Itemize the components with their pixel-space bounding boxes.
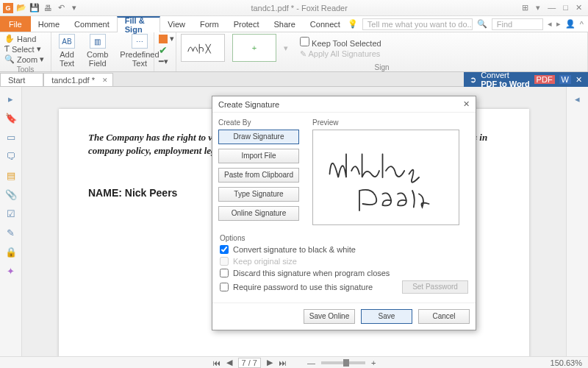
stroke-tool[interactable]: ━▾ (159, 57, 174, 66)
select-tool[interactable]: ƬSelect▾ (4, 44, 44, 54)
ribbon-minimize-icon[interactable]: ▾ (536, 3, 540, 13)
expand-icon[interactable]: ▸ (5, 93, 17, 105)
expand-right-icon[interactable]: ◂ (572, 93, 584, 105)
hand-tool[interactable]: ✋Hand (4, 34, 44, 43)
ribbon-collapse-icon[interactable]: ^ (580, 20, 584, 29)
plus-icon: + (252, 43, 257, 52)
search-icon[interactable]: 🔍 (477, 19, 487, 29)
security-icon[interactable]: 🔒 (5, 246, 17, 258)
word-icon: W (559, 75, 571, 84)
tab-home[interactable]: Home (31, 16, 67, 32)
dialog-titlebar: Create Signature ✕ (212, 96, 476, 113)
attachments-icon[interactable]: 📎 (5, 188, 17, 200)
predefined-text-icon: ⋯ (132, 34, 148, 49)
tab-share[interactable]: Share (266, 16, 302, 32)
promo-close-icon[interactable]: ✕ (576, 75, 582, 85)
cancel-button[interactable]: Cancel (418, 309, 470, 324)
find-input[interactable]: Find (492, 18, 543, 30)
add-text-button[interactable]: ABAdd Text (56, 34, 78, 68)
print-icon[interactable]: 🖶 (43, 3, 53, 13)
doc-tab-current[interactable]: tandc1.pdf *✕ (43, 73, 113, 86)
opt-require-password[interactable]: Require password to use this signatureSe… (220, 280, 468, 294)
fields-icon[interactable]: ☑ (5, 208, 17, 219)
zoom-in-icon[interactable]: + (371, 358, 376, 367)
maximize-icon[interactable]: □ (563, 3, 568, 13)
comb-field-icon: ▥ (90, 34, 106, 49)
import-file-button[interactable]: Import File (218, 149, 299, 163)
draw-signature-button[interactable]: Draw Signature (218, 130, 299, 144)
tab-connect[interactable]: Connect (303, 16, 348, 32)
add-signature-button[interactable]: + (232, 34, 276, 62)
app-title: tandc1.pdf * - Foxit Reader (82, 4, 516, 13)
tags-icon[interactable]: ✦ (5, 265, 17, 277)
close-icon[interactable]: ✕ (576, 3, 582, 13)
online-signature-button[interactable]: Online Signature (218, 206, 299, 221)
apply-icon: ✎ (300, 49, 306, 58)
arrow-icon: ➲ (470, 75, 476, 85)
redo-icon[interactable]: ▾ (69, 3, 79, 13)
next-page-icon[interactable]: ▶ (267, 358, 273, 367)
open-icon[interactable]: 📂 (16, 3, 26, 13)
right-sidebar: ◂ (566, 87, 588, 356)
dialog-title: Create Signature (218, 100, 279, 109)
apply-all-signatures: ✎ Apply All Signatures (300, 49, 381, 59)
tell-me-input[interactable]: Tell me what you want to do... (362, 18, 473, 30)
tab-fill-sign[interactable]: Fill & Sign (117, 16, 161, 32)
minimize-icon[interactable]: — (548, 3, 556, 13)
grid-icon[interactable]: ⊞ (522, 3, 528, 13)
pages-icon[interactable]: ▭ (5, 131, 17, 143)
dialog-close-icon[interactable]: ✕ (463, 99, 470, 109)
find-next-icon[interactable]: ▸ (556, 19, 561, 29)
file-tab[interactable]: File (0, 16, 31, 32)
zoom-tool[interactable]: 🔍Zoom▾ (4, 54, 44, 64)
prev-page-icon[interactable]: ◀ (226, 358, 232, 367)
keep-tool-checkbox[interactable]: Keep Tool Selected (300, 37, 381, 48)
zoom-percent[interactable]: 150.63% (551, 358, 582, 367)
set-password-button: Set Password (402, 280, 468, 294)
layers-icon[interactable]: ▤ (5, 169, 17, 181)
type-signature-button[interactable]: Type Signature (218, 187, 299, 202)
hand-icon: ✋ (4, 34, 15, 43)
signatures-icon[interactable]: ✎ (5, 227, 17, 238)
last-page-icon[interactable]: ⏭ (279, 358, 287, 367)
opt-bw[interactable]: Convert signature to black & white (220, 245, 468, 254)
create-signature-dialog: Create Signature ✕ Create By Draw Signat… (212, 96, 476, 330)
page-number[interactable]: 7 / 7 (238, 358, 261, 368)
tab-form[interactable]: Form (193, 16, 226, 32)
select-icon: Ƭ (4, 44, 10, 54)
paste-clipboard-button[interactable]: Paste from Clipboard (218, 168, 299, 183)
comb-field-button[interactable]: ▥Comb Field (84, 34, 111, 68)
bookmarks-icon[interactable]: 🔖 (5, 112, 17, 124)
tab-comment[interactable]: Comment (67, 16, 117, 32)
zoom-out-icon[interactable]: — (307, 358, 315, 367)
quick-access: G 📂 💾 🖶 ↶ ▾ (0, 3, 82, 13)
signature-drawing (320, 137, 452, 218)
tab-close-icon[interactable]: ✕ (102, 77, 108, 84)
comments-icon[interactable]: 🗨 (5, 150, 17, 162)
pdf-icon: PDF (534, 75, 555, 84)
doc-tab-start[interactable]: Start (0, 73, 43, 86)
signature-preview (312, 130, 459, 225)
opt-keep-size: Keep original size (220, 257, 468, 266)
tab-protect[interactable]: Protect (226, 16, 267, 32)
pen-ok-icon[interactable]: ✔ (159, 44, 174, 56)
bulb-icon: 💡 (348, 19, 358, 29)
tabstrip: Start tandc1.pdf *✕ ➲ ConvertPDF to Word… (0, 72, 588, 87)
find-prev-icon[interactable]: ◂ (548, 19, 552, 29)
save-online-button[interactable]: Save Online (304, 309, 355, 324)
save-button[interactable]: Save (361, 309, 412, 324)
opt-discard[interactable]: Discard this signature when program clos… (220, 269, 468, 277)
signature-thumbnail[interactable] (181, 34, 225, 62)
color-tool[interactable]: ▾ (159, 34, 174, 43)
undo-icon[interactable]: ↶ (56, 3, 66, 13)
first-page-icon[interactable]: ⏮ (212, 358, 220, 367)
tab-view[interactable]: View (160, 16, 193, 32)
user-icon[interactable]: 👤 (565, 19, 576, 29)
sig-list-dropdown[interactable]: ▾ (284, 43, 288, 53)
options-label: Options (220, 234, 468, 242)
promo-convert[interactable]: ➲ ConvertPDF to Word PDF W ✕ (464, 72, 588, 87)
left-sidebar: ▸ 🔖 ▭ 🗨 ▤ 📎 ☑ ✎ 🔒 ✦ (0, 87, 22, 356)
zoom-slider[interactable] (321, 361, 365, 364)
statusbar: ⏮ ◀ 7 / 7 ▶ ⏭ — + 150.63% (0, 356, 588, 368)
save-icon[interactable]: 💾 (29, 3, 40, 13)
